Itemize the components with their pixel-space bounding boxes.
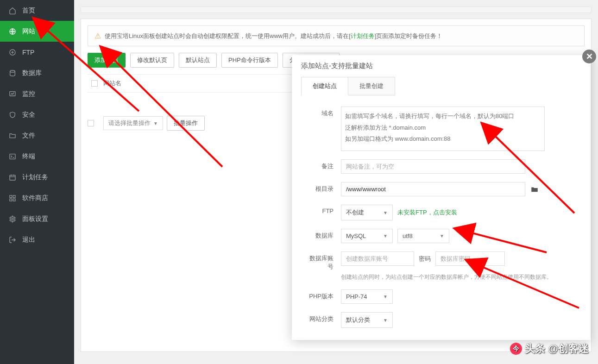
domain-textarea[interactable] — [341, 107, 545, 151]
warning-icon: ⚠ — [94, 31, 101, 40]
svg-point-10 — [12, 218, 13, 220]
sidebar-item-exit[interactable]: 退出 — [0, 229, 74, 250]
sidebar-item-label: 监控 — [22, 90, 35, 98]
sidebar-item-terminal[interactable]: 终端 — [0, 146, 74, 167]
sidebar-item-label: 计划任务 — [22, 173, 48, 182]
sidebar-item-label: 安全 — [22, 111, 35, 119]
default-site-button[interactable]: 默认站点 — [179, 53, 217, 68]
svg-rect-5 — [10, 175, 15, 180]
label-password: 密码 — [419, 255, 431, 263]
sidebar-item-security[interactable]: 安全 — [0, 104, 74, 125]
batch-select[interactable]: 请选择批量操作▼ — [103, 116, 163, 130]
label-domain: 域名 — [305, 107, 341, 118]
label-db: 数据库 — [305, 229, 341, 240]
db-type-select[interactable]: MySQL▼ — [341, 229, 393, 243]
home-icon — [8, 6, 17, 15]
batch-checkbox[interactable] — [88, 120, 94, 126]
sidebar-item-label: 终端 — [22, 152, 35, 161]
modal-tabs: 创建站点 批量创建 — [301, 77, 581, 95]
sidebar-item-database[interactable]: 数据库 — [0, 63, 74, 83]
sidebar-item-settings[interactable]: 面板设置 — [0, 208, 74, 229]
watermark-icon: 今 — [510, 343, 522, 355]
sidebar-item-monitor[interactable]: 监控 — [0, 83, 74, 104]
label-ftp: FTP — [305, 205, 341, 214]
label-db-account: 数据库账号 — [305, 251, 341, 271]
watermark: 今 头条 @创客迷 — [510, 342, 589, 356]
gear-icon — [8, 215, 17, 223]
tab-create-site[interactable]: 创建站点 — [301, 77, 348, 95]
sidebar-item-label: 退出 — [22, 236, 35, 244]
db-password-input[interactable] — [435, 251, 505, 266]
warning-box: ⚠ 使用宝塔Linux面板创建站点时会自动创建权限配置，统一使用www用户。建站… — [88, 25, 585, 46]
modal-body: 域名 备注 根目录 FTP 不创建▼ 未安装FTP，点击安装 — [292, 95, 591, 340]
database-icon — [8, 69, 17, 77]
sidebar-item-label: 软件商店 — [22, 194, 48, 202]
terminal-icon — [8, 152, 17, 161]
folder-browse-icon[interactable] — [530, 185, 539, 194]
sidebar-item-label: FTP — [22, 49, 34, 56]
cron-link[interactable]: 计划任务 — [351, 32, 375, 39]
sidebar-item-cron[interactable]: 计划任务 — [0, 167, 74, 188]
root-input[interactable] — [341, 182, 525, 196]
svg-rect-6 — [10, 195, 12, 198]
sidebar-item-label: 面板设置 — [22, 215, 48, 223]
label-root: 根目录 — [305, 182, 341, 193]
sidebar-item-files[interactable]: 文件 — [0, 125, 74, 146]
svg-rect-7 — [13, 195, 15, 198]
calendar-icon — [8, 173, 17, 182]
breadcrumb-bar — [81, 6, 592, 13]
globe-icon — [8, 27, 17, 36]
close-icon[interactable]: ✕ — [582, 50, 596, 63]
shield-icon — [8, 111, 17, 119]
sidebar-item-website[interactable]: 网站 — [0, 21, 74, 42]
modify-default-button[interactable]: 修改默认页 — [130, 53, 174, 68]
svg-rect-4 — [10, 154, 15, 159]
col-site-name: 网站名 — [103, 79, 121, 88]
db-account-input[interactable] — [341, 251, 414, 266]
ftp-icon — [8, 48, 17, 56]
ftp-select[interactable]: 不创建▼ — [341, 205, 393, 220]
ftp-install-link[interactable]: 未安装FTP，点击安装 — [397, 208, 457, 217]
php-cli-button[interactable]: PHP命令行版本 — [221, 53, 278, 68]
folder-icon — [8, 132, 17, 140]
svg-rect-9 — [13, 199, 15, 201]
label-note: 备注 — [305, 159, 341, 170]
note-input[interactable] — [341, 159, 525, 174]
db-note: 创建站点的同时，为站点创建一个对应的数据库帐户，方便不同站点使用不同数据库。 — [341, 273, 578, 281]
select-all-checkbox[interactable] — [91, 80, 98, 87]
sidebar-item-ftp[interactable]: FTP — [0, 42, 74, 63]
sidebar-item-label: 网站 — [22, 27, 35, 36]
add-site-modal: ✕ 添加站点-支持批量建站 创建站点 批量创建 域名 备注 根目录 FTP — [292, 55, 591, 340]
sidebar: 首页 网站 FTP 数据库 监控 安全 文件 终端 计划任务 软件商店 面板设置 — [0, 0, 74, 364]
label-php: PHP版本 — [305, 289, 341, 301]
svg-rect-8 — [10, 199, 12, 201]
monitor-icon — [8, 90, 17, 98]
site-category-select[interactable]: 默认分类▼ — [341, 312, 393, 328]
apps-icon — [8, 194, 17, 202]
sidebar-item-label: 数据库 — [22, 69, 42, 77]
db-charset-select[interactable]: utf8▼ — [397, 229, 449, 243]
sidebar-item-store[interactable]: 软件商店 — [0, 188, 74, 208]
svg-point-2 — [10, 70, 15, 72]
add-site-button[interactable]: 添加站点 — [88, 53, 126, 68]
label-category: 网站分类 — [305, 312, 341, 323]
sidebar-item-home[interactable]: 首页 — [0, 0, 74, 21]
tab-batch-create[interactable]: 批量创建 — [348, 77, 395, 95]
batch-apply-button[interactable]: 批量操作 — [167, 116, 205, 131]
warning-text: 使用宝塔Linux面板创建站点时会自动创建权限配置，统一使用www用户。建站成功… — [105, 32, 442, 40]
exit-icon — [8, 236, 17, 244]
sidebar-item-label: 文件 — [22, 132, 35, 140]
sidebar-item-label: 首页 — [22, 6, 35, 15]
php-version-select[interactable]: PHP-74▼ — [341, 289, 393, 304]
modal-title: 添加站点-支持批量建站 — [292, 55, 591, 77]
